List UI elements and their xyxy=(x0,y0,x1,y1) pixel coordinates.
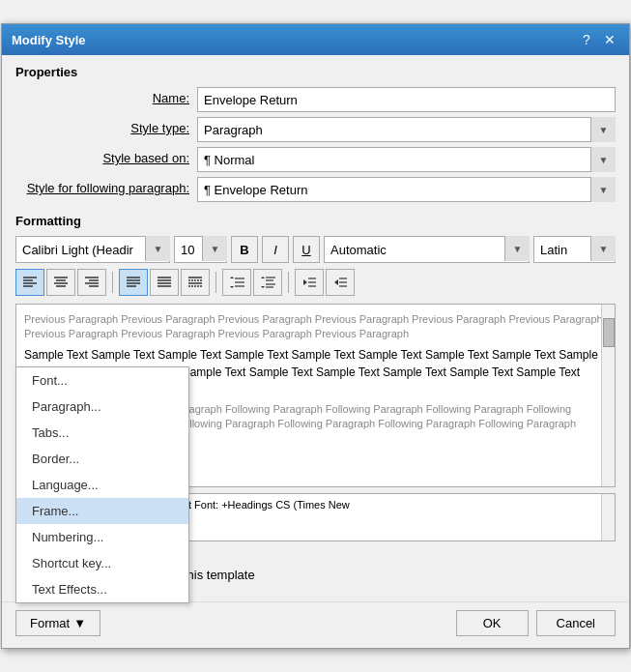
dropdown-item-numbering[interactable]: Numbering... xyxy=(16,524,188,550)
svg-marker-29 xyxy=(261,277,265,278)
properties-section-label: Properties xyxy=(15,65,616,79)
bold-button[interactable]: B xyxy=(231,236,258,263)
bottom-bar: Format ▼ OK Cancel xyxy=(2,601,629,648)
para-spacing-button[interactable] xyxy=(253,269,282,296)
dropdown-item-paragraph[interactable]: Paragraph... xyxy=(16,394,188,420)
style-type-select[interactable]: Paragraph xyxy=(197,117,616,142)
align-left-button[interactable] xyxy=(15,269,44,296)
indent-separator xyxy=(215,272,216,293)
style-following-wrapper: ¶ Envelope Return ▼ xyxy=(197,177,616,202)
close-button[interactable]: ✕ xyxy=(600,30,619,49)
title-bar-controls: ? ✕ xyxy=(577,30,619,49)
formatting-section: Formatting Calibri Light (Headir ▼ 10 ▼ … xyxy=(15,214,616,296)
cancel-button[interactable]: Cancel xyxy=(536,610,616,636)
increase-indent-icon xyxy=(331,276,349,289)
lang-select[interactable]: Latin xyxy=(533,236,616,263)
dropdown-item-font[interactable]: Font... xyxy=(16,367,188,394)
title-bar: Modify Style ? ✕ xyxy=(2,24,629,55)
italic-button[interactable]: I xyxy=(262,236,289,263)
line-spacing-button[interactable] xyxy=(222,269,251,296)
format-dropdown-arrow: ▼ xyxy=(73,616,86,630)
para-spacing-icon xyxy=(259,276,276,289)
formatting-section-label: Formatting xyxy=(15,214,616,228)
align-thai-icon xyxy=(187,276,203,289)
align-left-icon xyxy=(22,276,38,289)
style-following-select[interactable]: ¶ Envelope Return xyxy=(197,177,616,202)
decrease-indent-button[interactable] xyxy=(295,269,324,296)
help-button[interactable]: ? xyxy=(577,30,596,49)
format-dropdown-menu: Font... Paragraph... Tabs... Border... L… xyxy=(15,366,189,603)
format-button-label: Format xyxy=(30,616,70,630)
decrease-indent-icon xyxy=(301,276,318,289)
align-thai-button[interactable] xyxy=(181,269,210,296)
formatting-row1: Calibri Light (Headir ▼ 10 ▼ B I U Autom… xyxy=(15,236,616,263)
ok-cancel-group: OK Cancel xyxy=(456,610,616,636)
align-separator xyxy=(112,272,113,293)
increase-indent-button[interactable] xyxy=(326,269,355,296)
dropdown-item-frame[interactable]: Frame... xyxy=(16,498,188,524)
preview-scroll-thumb xyxy=(603,318,615,347)
dropdown-item-tabs[interactable]: Tabs... xyxy=(16,420,188,446)
dropdown-item-border[interactable]: Border... xyxy=(16,446,188,472)
modify-style-dialog: Modify Style ? ✕ Properties Name: Style … xyxy=(1,23,630,649)
align-center-icon xyxy=(53,276,69,289)
preview-scrollbar[interactable] xyxy=(601,305,615,486)
svg-marker-25 xyxy=(230,286,234,288)
align-justify-icon xyxy=(126,276,141,289)
svg-marker-30 xyxy=(261,286,265,288)
name-label: Name: xyxy=(15,87,189,112)
align-distribute-button[interactable] xyxy=(150,269,179,296)
size-select-wrapper: 10 ▼ xyxy=(174,236,227,263)
dropdown-item-text-effects[interactable]: Text Effects... xyxy=(16,576,188,602)
align-justify-button[interactable] xyxy=(119,269,148,296)
style-following-label: Style for following paragraph: xyxy=(15,177,189,202)
lang-select-wrapper: Latin ▼ xyxy=(533,236,616,263)
dropdown-item-language[interactable]: Language... xyxy=(16,472,188,498)
color-select[interactable]: Automatic xyxy=(324,236,530,263)
align-distribute-icon xyxy=(157,276,172,289)
align-right-button[interactable] xyxy=(77,269,106,296)
dialog-content-wrapper: Font... Paragraph... Tabs... Border... L… xyxy=(2,601,629,648)
svg-marker-39 xyxy=(334,279,338,285)
color-select-wrapper: Automatic ▼ xyxy=(324,236,530,263)
align-row xyxy=(15,269,616,296)
properties-grid: Name: Style type: Paragraph ▼ Style base… xyxy=(15,87,616,202)
style-based-wrapper: ¶ Normal ▼ xyxy=(197,147,616,172)
style-based-label: Style based on: xyxy=(15,147,189,172)
format-button[interactable]: Format ▼ xyxy=(15,610,100,636)
align-right-icon xyxy=(84,276,100,289)
preview-previous-text: Previous Paragraph Previous Paragraph Pr… xyxy=(24,312,607,342)
svg-marker-35 xyxy=(303,279,307,285)
font-select-wrapper: Calibri Light (Headir ▼ xyxy=(15,236,170,263)
align-center-button[interactable] xyxy=(46,269,75,296)
desc-scrollbar[interactable] xyxy=(601,494,615,541)
size-select[interactable]: 10 xyxy=(174,236,227,263)
svg-marker-24 xyxy=(230,277,234,278)
dialog-title: Modify Style xyxy=(12,33,86,47)
indent-separator2 xyxy=(288,272,289,293)
underline-button[interactable]: U xyxy=(293,236,320,263)
ok-button[interactable]: OK xyxy=(456,610,529,636)
dropdown-item-shortcut[interactable]: Shortcut key... xyxy=(16,550,188,576)
font-select[interactable]: Calibri Light (Headir xyxy=(15,236,170,263)
style-based-select[interactable]: ¶ Normal xyxy=(197,147,616,172)
style-type-label: Style type: xyxy=(15,117,189,142)
name-input[interactable] xyxy=(197,87,616,112)
style-type-wrapper: Paragraph ▼ xyxy=(197,117,616,142)
line-spacing-icon xyxy=(228,276,245,289)
